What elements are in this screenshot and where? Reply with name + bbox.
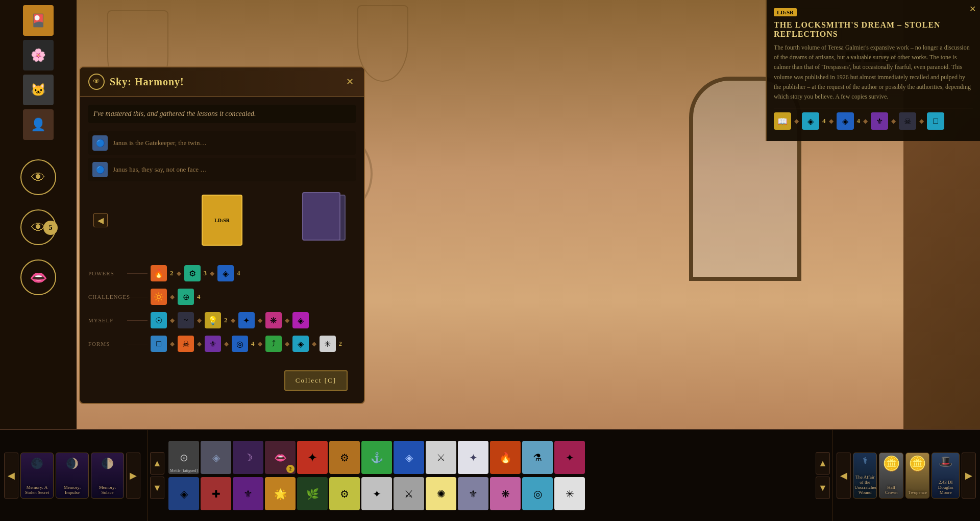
tridesma-icon[interactable]: ✦ bbox=[297, 441, 328, 474]
scroll-up-btn-r[interactable]: ▲ bbox=[816, 452, 830, 475]
bottom-icon-12[interactable]: ◎ bbox=[522, 477, 553, 510]
scroll-up-btn[interactable]: ▲ bbox=[150, 452, 164, 475]
info-panel-close[interactable]: ✕ bbox=[969, 4, 976, 14]
info-panel: ✕ LD:SR The Locksmith's Dream – Stolen R… bbox=[766, 0, 980, 141]
challenges-row: Challenges 🔆 ◆ ⊕ 4 bbox=[88, 288, 356, 306]
info-icon-1: 📖 bbox=[774, 112, 791, 130]
center-nav: ▲ ▼ bbox=[148, 452, 166, 499]
myself-row: Myself ☉ ◆ ~ ◆ 💡 2 ◆ ✦ ◆ ❋ ◆ ◈ bbox=[88, 311, 356, 329]
info-icon-6: □ bbox=[927, 112, 944, 130]
forms-label: Forms bbox=[88, 341, 124, 347]
dialog-close-btn[interactable]: ✕ bbox=[344, 76, 356, 88]
myself-icon-6: ◈ bbox=[292, 312, 309, 328]
bottom-icon-7[interactable]: ✦ bbox=[361, 477, 392, 510]
bottom-icon-11[interactable]: ❋ bbox=[490, 477, 521, 510]
memory-card-3[interactable]: 🌓 Memory: Solace bbox=[91, 453, 124, 499]
bottom-icon-8[interactable]: ⚔ bbox=[394, 477, 424, 510]
bottom-left-section: ◀ 🌑 Memory: A Stolen Secret 🌒 Memory: Im… bbox=[0, 430, 148, 521]
forms-icon-5: ⤴ bbox=[265, 336, 282, 352]
powers-icon-2: ⚙ bbox=[184, 265, 201, 281]
lesson-text-2: Janus has, they say, not one face … bbox=[113, 165, 207, 174]
lesson-icon-1: 🔵 bbox=[92, 135, 108, 151]
right-card-3[interactable]: 🪙 Twopence bbox=[905, 453, 929, 499]
bottom-icon-1[interactable]: ◈ bbox=[168, 477, 199, 510]
info-num-2: 4 bbox=[857, 117, 861, 125]
bottom-right-section: ◀ ⚕ The Affair of the Unscratched Wound … bbox=[832, 430, 980, 521]
book-card[interactable]: LD:SR bbox=[202, 195, 242, 246]
powers-divider bbox=[127, 273, 148, 274]
sidebar-card-4[interactable]: 👤 bbox=[23, 109, 54, 140]
prev-card-btn[interactable]: ◀ bbox=[93, 213, 108, 227]
bottom-icon-3[interactable]: ⚜ bbox=[233, 477, 263, 510]
myself-icon-3: 💡 bbox=[205, 312, 221, 328]
forms-icon-4: ◎ bbox=[232, 336, 248, 352]
info-icon-2: ◈ bbox=[802, 112, 819, 130]
forms-icon-1: □ bbox=[151, 336, 167, 352]
eye-button[interactable]: 👁 bbox=[20, 159, 56, 195]
dialog-panel: 👁 Sky: Harmony! ✕ I've mastered this, an… bbox=[79, 66, 365, 404]
lockworks-icon[interactable]: ⚙ bbox=[329, 441, 360, 474]
right-label-2: Half Crown bbox=[879, 484, 902, 496]
bottom-right-nav-2[interactable]: ◀ bbox=[837, 453, 851, 499]
right-card-4[interactable]: 🎩 2.43 DI Douglas Moore bbox=[932, 453, 960, 499]
ouranoscopy-icon[interactable]: ◈ bbox=[394, 441, 424, 474]
memory-card-2[interactable]: 🌒 Memory: Impulse bbox=[56, 453, 89, 499]
scroll-down-btn[interactable]: ▼ bbox=[150, 477, 164, 499]
bottom-icon-2[interactable]: ✚ bbox=[201, 477, 231, 510]
pyroglyphics-icon[interactable]: 🔥 bbox=[490, 441, 521, 474]
bottom-icon-5[interactable]: 🌿 bbox=[297, 477, 328, 510]
dialog-intro: I've mastered this, and gathered the les… bbox=[88, 105, 356, 123]
right-card-1[interactable]: ⚕ The Affair of the Unscratched Wound bbox=[853, 453, 877, 499]
myself-icon-5: ❋ bbox=[265, 312, 282, 328]
forms-icon-7: ✳ bbox=[320, 336, 336, 352]
info-icons-row: 📖 ◆ ◈ 4 ◆ ◈ 4 ◆ ⚜ ◆ ☠ ◆ □ bbox=[774, 108, 973, 134]
challenges-label: Challenges bbox=[88, 294, 124, 300]
right-center-nav: ▲ ▼ bbox=[814, 452, 832, 499]
dialog-lesson-1: 🔵 Janus is the Gatekeeper, the twin… bbox=[88, 131, 356, 155]
book-card-label: LD:SR bbox=[214, 218, 230, 223]
henavek-icon[interactable]: ⚓ bbox=[361, 441, 392, 474]
right-label-3: Twopence bbox=[906, 489, 929, 496]
forms-icon-3: ⚜ bbox=[205, 336, 221, 352]
memory-card-1[interactable]: 🌑 Memory: A Stolen Secret bbox=[20, 453, 54, 499]
challenges-icon-1: 🔆 bbox=[151, 289, 167, 305]
mettle-label: Mettle [fatigued] bbox=[170, 468, 198, 473]
lesson-text-1: Janus is the Gatekeeper, the twin… bbox=[113, 139, 207, 147]
myself-num: 2 bbox=[224, 316, 228, 324]
sidebar-card-3[interactable]: 🐱 bbox=[23, 75, 54, 105]
bottom-icon-9[interactable]: ✺ bbox=[426, 477, 456, 510]
challenges-icon-2: ⊕ bbox=[178, 289, 194, 305]
bottom-right-nav-left[interactable]: ▶ bbox=[126, 453, 140, 499]
sidebar-card-1[interactable]: 🎴 bbox=[23, 5, 54, 36]
lesson-icon-2: 🔵 bbox=[92, 162, 108, 177]
right-card-2[interactable]: 🪙 Half Crown bbox=[879, 453, 903, 499]
bottom-icon-13[interactable]: ✳ bbox=[554, 477, 585, 510]
pentiments-icon[interactable]: ✦ bbox=[554, 441, 585, 474]
bottom-far-right-nav[interactable]: ▶ bbox=[962, 453, 976, 499]
sidebar-card-2[interactable]: 🌸 bbox=[23, 40, 54, 70]
sharps-icon[interactable]: ⚔ bbox=[426, 441, 456, 474]
bottom-icon-6[interactable]: ⚙ bbox=[329, 477, 360, 510]
powers-label: Powers bbox=[88, 270, 124, 276]
powers-num-2: 3 bbox=[204, 269, 207, 277]
left-sidebar: 🎴 🌸 🐱 👤 👁 5 👁 👄 bbox=[0, 0, 77, 429]
ereb-icon[interactable]: ☽ bbox=[233, 441, 263, 474]
scroll-down-btn-r[interactable]: ▼ bbox=[816, 477, 830, 499]
dialog-lesson-2: 🔵 Janus has, they say, not one face … bbox=[88, 158, 356, 181]
wist-icon[interactable]: ◈ bbox=[201, 441, 231, 474]
lip-button[interactable]: 👄 bbox=[20, 259, 56, 295]
mettle-icon[interactable]: ⊙Mettle [fatigued] bbox=[168, 441, 199, 474]
purifications-icon[interactable]: ✦ bbox=[458, 441, 488, 474]
collect-button[interactable]: Collect [C] bbox=[284, 370, 348, 391]
challenges-divider bbox=[127, 297, 148, 297]
bottom-left-nav[interactable]: ◀ bbox=[4, 453, 18, 499]
glassblowing-icon[interactable]: ⚗ bbox=[522, 441, 553, 474]
forms-row: Forms □ ◆ ☠ ◆ ⚜ ◆ ◎ 4 ◆ ⤴ ◆ ◈ ◆ ✳ 2 bbox=[88, 335, 356, 353]
shapt-icon[interactable]: 👄 2 bbox=[265, 441, 296, 474]
stats-area: Powers 🔥 2 ◆ ⚙ 3 ◆ ◈ 4 Challenges 🔆 ◆ ⊕ … bbox=[80, 264, 364, 366]
bottom-icon-4[interactable]: 🌟 bbox=[265, 477, 296, 510]
forms-icon-6: ◈ bbox=[292, 336, 309, 352]
powers-icon-1: 🔥 bbox=[151, 265, 167, 281]
bottom-icon-10[interactable]: ⚜ bbox=[458, 477, 488, 510]
myself-label: Myself bbox=[88, 317, 124, 323]
